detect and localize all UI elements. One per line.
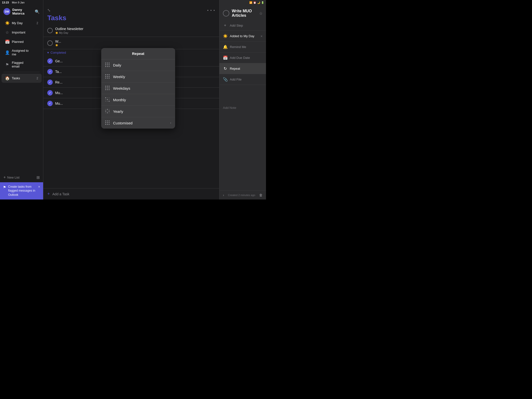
repeat-item-monthly[interactable]: Monthly (101, 94, 175, 106)
repeat-item-yearly[interactable]: Yearly (101, 106, 175, 117)
status-bar: 13:23 Mon 9 Jan 📶 ⏰ 🌙 🔋 (0, 0, 266, 5)
add-task-bar[interactable]: + Add a Task (43, 188, 219, 200)
repeat-monthly-label: Monthly (113, 98, 171, 102)
task-sub-outline: ☀️ My Day (55, 31, 215, 34)
battery-icon: 🔋 (261, 1, 264, 4)
repeat-item-customised[interactable]: Customised › (101, 117, 175, 129)
repeat-daily-label: Daily (113, 63, 171, 67)
flag-nav-icon: ⚑ (5, 62, 9, 67)
add-step-icon: + (223, 23, 227, 28)
note-placeholder: Add Note (223, 106, 236, 110)
repeat-item-daily[interactable]: Daily (101, 59, 175, 71)
detail-add-file[interactable]: 📎 Add File (219, 74, 266, 85)
sidebar-user: DM Danny Maiorca (3, 8, 35, 15)
sidebar: DM Danny Maiorca 🔍 ☀️ My Day 2 ☆ Importa… (0, 0, 43, 200)
sidebar-item-my-day[interactable]: ☀️ My Day 2 (1, 18, 42, 28)
sidebar-footer: + New List ⊞ (0, 173, 43, 182)
main-title: Tasks (43, 14, 219, 24)
repeat-yearly-icon (105, 109, 110, 114)
checkmark-mu2: ✓ (49, 102, 51, 105)
new-list-label: New List (7, 176, 19, 179)
repeat-item-weekly[interactable]: Weekly (101, 71, 175, 83)
detail-note-area[interactable]: Add Note (219, 102, 266, 191)
star-nav-icon: ☆ (5, 30, 9, 35)
expand-icon[interactable]: ⤡ (47, 8, 50, 13)
add-task-icon: + (47, 191, 50, 197)
detail-actions: + Add Step ☀️ Added to My Day × 🔔 Remind… (219, 20, 266, 102)
sidebar-item-important[interactable]: ☆ Important (1, 28, 42, 37)
sidebar-label-planned: Planned (12, 40, 32, 44)
task-sub-label-outline: My Day (59, 31, 68, 34)
detail-panel: Write MUO Articles ☆ + Add Step ☀️ Added… (219, 0, 266, 200)
new-list-template-icon[interactable]: ⊞ (36, 175, 40, 180)
add-task-label: Add a Task (52, 192, 69, 196)
sidebar-item-flagged[interactable]: ⚑ Flagged email (1, 59, 42, 70)
detail-header: Write MUO Articles ☆ (219, 5, 266, 20)
app-container: 13:23 Mon 9 Jan 📶 ⏰ 🌙 🔋 DM Danny Maiorca… (0, 0, 266, 200)
sidebar-divider (3, 72, 40, 72)
main-panel: ⤡ • • • Tasks Outline Newsletter ☀️ My D… (43, 0, 219, 200)
task-checkbox-ta[interactable]: ✓ (47, 69, 53, 74)
task-sub-icon-outline: ☀️ (55, 32, 58, 34)
task-name-outline: Outline Newsletter (55, 27, 215, 31)
sidebar-promo: ⚑ Create tasks from flagged messages in … (0, 182, 43, 200)
detail-star-button[interactable]: ☆ (259, 11, 263, 16)
my-day-close-button[interactable]: × (261, 34, 263, 38)
task-item-outline-newsletter[interactable]: Outline Newsletter ☀️ My Day (43, 24, 219, 37)
repeat-item-weekdays[interactable]: Weekdays (101, 83, 175, 94)
footer-expand-icon[interactable]: › (223, 193, 224, 197)
sidebar-username: Danny Maiorca (12, 8, 35, 15)
search-button[interactable]: 🔍 (35, 9, 40, 14)
sidebar-label-flagged: Flagged email (12, 61, 32, 68)
repeat-customised-icon (105, 120, 110, 125)
status-icons: 📶 ⏰ 🌙 🔋 (249, 1, 264, 4)
task-checkbox-write[interactable] (47, 40, 53, 46)
repeat-customised-label: Customised (113, 121, 167, 125)
alarm-icon: ⏰ (253, 1, 256, 4)
checkmark-mu: ✓ (49, 91, 51, 95)
my-day-detail-label: Added to My Day (230, 34, 258, 38)
detail-footer: › Created 2 minutes ago 🗑 (219, 190, 266, 200)
detail-remind-me[interactable]: 🔔 Remind Me (219, 42, 266, 52)
task-checkbox-ge[interactable]: ✓ (47, 58, 53, 64)
task-checkbox-re[interactable]: ✓ (47, 80, 53, 85)
more-options-button[interactable]: • • • (207, 8, 215, 12)
sidebar-item-planned[interactable]: 📅 Planned (1, 37, 42, 46)
task-checkbox-outline[interactable] (47, 28, 53, 33)
status-date: Mon 9 Jan (12, 1, 24, 4)
task-item-write-muo[interactable]: W... ☀️ (43, 37, 219, 49)
sidebar-nav: ☀️ My Day 2 ☆ Important 📅 Planned 👤 Assi… (0, 17, 43, 173)
avatar: DM (3, 8, 10, 15)
main-header: ⤡ • • • (43, 5, 219, 14)
my-day-detail-icon: ☀️ (223, 34, 227, 38)
new-list-button[interactable]: + New List (3, 175, 19, 180)
promo-close-button[interactable]: × (38, 185, 40, 189)
sidebar-item-tasks[interactable]: 🏠 Tasks 2 (1, 74, 42, 83)
repeat-weekdays-label: Weekdays (113, 86, 171, 90)
task-sub-icon-write: ☀️ (55, 44, 58, 47)
promo-flag-icon: ⚑ (3, 185, 6, 189)
repeat-menu-title: Repeat (101, 48, 175, 59)
sidebar-item-assigned[interactable]: 👤 Assigned to me (1, 47, 42, 58)
remind-me-icon: 🔔 (223, 45, 227, 49)
delete-task-button[interactable]: 🗑 (259, 193, 263, 197)
task-checkbox-mu[interactable]: ✓ (47, 90, 53, 96)
checkmark-ge: ✓ (49, 59, 51, 63)
repeat-weekdays-icon (105, 86, 110, 91)
detail-task-checkbox[interactable] (223, 10, 229, 17)
task-checkbox-mu2[interactable]: ✓ (47, 101, 53, 106)
remind-me-label: Remind Me (230, 45, 263, 49)
detail-repeat[interactable]: ↻ Repeat (219, 63, 266, 74)
detail-add-step[interactable]: + Add Step (219, 20, 266, 31)
person-nav-icon: 👤 (5, 50, 9, 55)
repeat-icon: ↻ (223, 66, 227, 71)
repeat-weekly-icon (105, 74, 110, 79)
detail-add-due-date[interactable]: 📅 Add Due Date (219, 52, 266, 63)
detail-added-to-my-day[interactable]: ☀️ Added to My Day × (219, 31, 266, 42)
plus-icon: + (3, 175, 6, 180)
sidebar-label-assigned: Assigned to me (12, 49, 32, 56)
repeat-weekly-label: Weekly (113, 75, 171, 79)
task-content-outline: Outline Newsletter ☀️ My Day (55, 27, 215, 34)
repeat-label: Repeat (230, 67, 263, 70)
calendar-nav-icon: 📅 (5, 39, 9, 44)
